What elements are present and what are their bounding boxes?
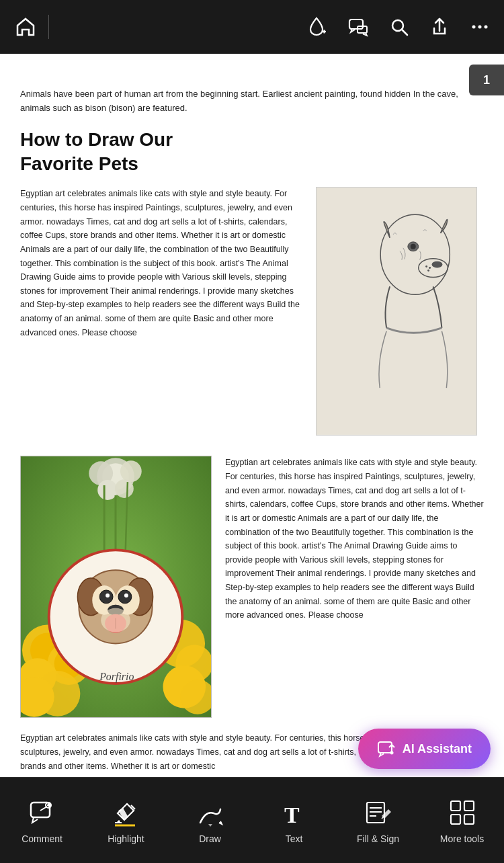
svg-point-23 bbox=[120, 461, 142, 483]
article-heading: How to Draw Our Favorite Pets bbox=[20, 128, 484, 177]
page-number-badge: 1 bbox=[469, 65, 504, 95]
share-icon[interactable] bbox=[429, 16, 450, 38]
svg-text:Porfirio: Porfirio bbox=[99, 671, 134, 683]
content-inner: Animals have been part of human art from… bbox=[0, 74, 504, 786]
svg-rect-72 bbox=[464, 801, 474, 811]
svg-point-16 bbox=[429, 267, 431, 269]
draw-tool[interactable]: Draw bbox=[180, 797, 241, 844]
svg-point-48 bbox=[106, 593, 110, 598]
svg-point-56 bbox=[390, 751, 393, 755]
intro-paragraph: Animals have been part of human art from… bbox=[20, 87, 484, 116]
fill-sign-label: Fill & Sign bbox=[357, 833, 399, 844]
home-icon[interactable] bbox=[13, 15, 38, 39]
svg-point-7 bbox=[478, 26, 482, 29]
section-row-1: Egyptian art celebrates animals like cat… bbox=[20, 187, 484, 436]
svg-rect-73 bbox=[451, 815, 460, 824]
svg-rect-74 bbox=[464, 815, 474, 824]
svg-point-14 bbox=[432, 261, 443, 268]
svg-point-8 bbox=[485, 26, 488, 29]
svg-point-17 bbox=[427, 270, 429, 272]
page-number-text: 1 bbox=[483, 73, 490, 87]
highlight-label: Highlight bbox=[108, 833, 144, 844]
bottom-toolbar: Comment Highlight bbox=[0, 777, 504, 863]
more-tools-icon bbox=[447, 797, 478, 828]
comment-icon bbox=[27, 797, 58, 828]
svg-rect-71 bbox=[451, 801, 460, 811]
svg-rect-2 bbox=[349, 19, 363, 29]
text-tool[interactable]: T Text bbox=[264, 797, 325, 844]
svg-point-53 bbox=[101, 608, 130, 632]
body-text-2: Egyptian art celebrates animals like cat… bbox=[225, 456, 484, 718]
more-options-icon[interactable] bbox=[469, 16, 491, 38]
svg-line-5 bbox=[402, 30, 407, 35]
svg-rect-9 bbox=[317, 188, 476, 435]
ai-assistant-label: AI Assistant bbox=[403, 742, 472, 756]
text-icon: T bbox=[279, 797, 310, 828]
comment-label: Comment bbox=[22, 833, 62, 844]
toolbar-left bbox=[13, 15, 60, 39]
draw-label: Draw bbox=[199, 833, 221, 844]
section-row-2: Porfirio Egyptian art celebrates animals… bbox=[20, 456, 484, 718]
svg-point-25 bbox=[115, 480, 134, 499]
embroidery-photo: Porfirio bbox=[20, 456, 212, 718]
svg-point-49 bbox=[124, 593, 128, 598]
fill-sign-icon bbox=[363, 797, 394, 828]
heading-line1: How to Draw Our bbox=[20, 129, 173, 150]
body-text-1: Egyptian art celebrates animals like cat… bbox=[20, 187, 302, 436]
main-content: Animals have been part of human art from… bbox=[0, 54, 504, 800]
text-label: Text bbox=[286, 833, 303, 844]
toolbar-divider bbox=[48, 15, 49, 39]
toolbar-icons bbox=[305, 15, 491, 38]
svg-point-6 bbox=[472, 26, 476, 29]
fill-sign-tool[interactable]: Fill & Sign bbox=[348, 797, 409, 844]
more-tools-tool[interactable]: More tools bbox=[432, 797, 493, 844]
svg-text:T: T bbox=[284, 803, 300, 827]
ink-drop-icon[interactable] bbox=[305, 15, 328, 38]
comment-bubbles-icon[interactable] bbox=[347, 15, 370, 38]
search-icon[interactable] bbox=[388, 16, 410, 38]
svg-point-15 bbox=[425, 265, 427, 268]
highlight-icon bbox=[111, 797, 142, 828]
dog-sketch-container bbox=[316, 187, 484, 436]
comment-tool[interactable]: Comment bbox=[12, 797, 73, 844]
ai-assistant-button[interactable]: AI Assistant bbox=[358, 729, 491, 769]
draw-icon bbox=[195, 797, 226, 828]
svg-point-13 bbox=[411, 244, 416, 249]
top-toolbar bbox=[0, 0, 504, 54]
heading-line2: Favorite Pets bbox=[20, 153, 138, 174]
more-tools-label: More tools bbox=[440, 833, 484, 844]
dog-sketch-image bbox=[316, 187, 477, 436]
highlight-tool[interactable]: Highlight bbox=[96, 797, 157, 844]
